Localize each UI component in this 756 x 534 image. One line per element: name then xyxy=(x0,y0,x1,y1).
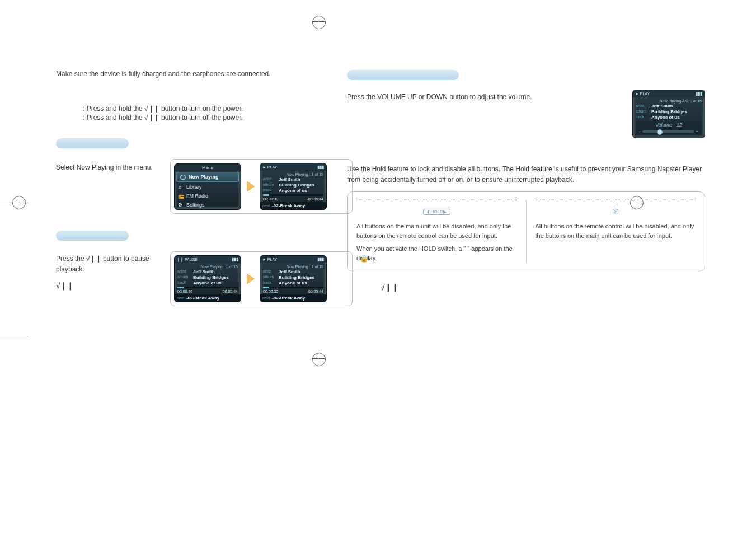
field-value: Jeff Smith xyxy=(193,269,215,274)
volume-minus: - xyxy=(639,129,641,134)
remote-icon: ⎚ xyxy=(613,207,618,217)
now-playing-count: Now Playing : 1 of 15 xyxy=(177,265,238,269)
dotted-rule xyxy=(356,200,517,200)
field-value: Anyone of us xyxy=(193,280,222,285)
field-value: -02-Break Away xyxy=(186,296,219,301)
play-state: ► PLAY xyxy=(635,92,650,96)
field-label: album xyxy=(263,275,276,280)
hold-diagram: ◐HOLD▶ All buttons on the main unit will… xyxy=(347,191,705,271)
menu-item-label: Library xyxy=(186,184,202,190)
power-section: : Press and hold the √❙❙ button to turn … xyxy=(56,105,353,121)
field-label: artist xyxy=(263,177,276,182)
field-label: next xyxy=(177,296,184,300)
trim-line xyxy=(0,202,28,202)
remaining-time: -00:05:44 xyxy=(307,197,323,201)
progress-bar xyxy=(177,287,238,288)
menu-item-fm: 📻 FM Radio xyxy=(175,191,241,200)
menu-item-label: Settings xyxy=(186,202,205,208)
device-play-screenshot: ► PLAY ▮▮▮ Now Playing : 1 of 15 artistJ… xyxy=(260,163,327,210)
field-label: artist xyxy=(263,269,276,274)
play-state: ► PLAY xyxy=(262,257,277,261)
field-value: Jeff Smith xyxy=(279,269,300,274)
hold-remote-text: All buttons on the remote control will b… xyxy=(536,222,696,241)
remaining-time: -00:05:44 xyxy=(307,289,323,293)
hold-main-text-2: When you activate the HOLD switch, a " "… xyxy=(356,244,517,263)
hold-main-text-2-span: When you activate the HOLD switch, a " "… xyxy=(356,245,513,261)
field-label: album xyxy=(636,109,649,114)
field-label: next xyxy=(262,296,270,300)
field-label: next xyxy=(262,204,270,208)
section-pill xyxy=(56,138,129,148)
now-playing-count: Now Playing : 1 of 15 xyxy=(263,265,323,269)
field-value: Anyone of us xyxy=(651,115,680,120)
field-value: -02-Break Away xyxy=(272,203,305,208)
play-pause-glyph: √❙❙ xyxy=(56,280,162,292)
menu-item-label: FM Radio xyxy=(186,193,208,199)
power-off-text: : Press and hold the √❙❙ button to turn … xyxy=(56,114,353,121)
now-playing-count: Now Playing : 1 of 15 xyxy=(263,172,323,176)
hold-switch-icon: ◐HOLD▶ xyxy=(423,209,450,215)
arrow-right-icon xyxy=(247,181,254,191)
arrow-right-icon xyxy=(247,274,254,284)
battery-icon: ▮▮▮ xyxy=(317,165,324,170)
field-value: Building Bridges xyxy=(279,182,314,188)
menu-item-library: ♬ Library xyxy=(175,182,241,191)
field-label: track xyxy=(263,280,276,285)
now-playing-count: Now Playing AN: 1 of 15 xyxy=(636,99,702,103)
battery-icon: ▮▮▮ xyxy=(317,257,324,262)
battery-icon: ▮▮▮ xyxy=(696,91,702,96)
dotted-rule xyxy=(536,200,696,200)
device-pause-screenshot: ❙❙ PAUSE ▮▮▮ Now Playing : 1 of 15 artis… xyxy=(174,255,241,302)
elapsed-time: 00:00:30 xyxy=(263,197,278,201)
section-pill xyxy=(56,231,129,241)
menu-item-now-playing: ◯ Now Playing xyxy=(176,172,239,182)
device-menu-screenshot: Menu ◯ Now Playing ♬ Library 📻 FM Radio xyxy=(174,163,241,210)
field-label: track xyxy=(263,188,276,193)
field-label: track xyxy=(636,115,649,120)
gear-icon: ⚙ xyxy=(178,202,184,208)
play-pause-glyph: √❙❙ xyxy=(381,282,705,294)
field-value: -02-Break Away xyxy=(272,296,305,301)
intro-text: Make sure the device is fully charged an… xyxy=(56,70,353,78)
elapsed-time: 00:00:30 xyxy=(177,289,192,293)
volume-instruction: Press the VOLUME UP or DOWN button to ad… xyxy=(347,90,621,102)
menu-item-label: Now Playing xyxy=(189,174,219,180)
now-playing-instruction: Select Now Playing in the menu. xyxy=(56,159,162,173)
battery-icon: ▮▮▮ xyxy=(232,257,238,262)
pause-instruction: Press the √❙❙ button to pause playback. xyxy=(56,254,162,274)
field-value: Building Bridges xyxy=(279,275,314,280)
power-on-text: : Press and hold the √❙❙ button to turn … xyxy=(56,105,353,113)
crop-mark-left xyxy=(12,196,25,208)
trim-line xyxy=(0,336,28,336)
volume-slider: - + xyxy=(639,129,698,134)
circle-icon: ◯ xyxy=(180,174,186,180)
device-volume-screenshot: ► PLAY ▮▮▮ Now Playing AN: 1 of 15 artis… xyxy=(632,90,705,138)
device-play-screenshot: ► PLAY ▮▮▮ Now Playing : 1 of 15 artistJ… xyxy=(260,255,327,302)
volume-plus: + xyxy=(696,129,698,134)
crop-mark-top xyxy=(312,16,325,28)
field-label: track xyxy=(177,280,191,285)
pause-state: ❙❙ PAUSE xyxy=(177,257,198,262)
volume-label: Volume - 12 xyxy=(636,122,702,128)
library-icon: ♬ xyxy=(178,184,184,190)
menu-item-settings: ⚙ Settings xyxy=(175,200,241,209)
play-state: ► PLAY xyxy=(262,165,277,169)
field-value: Building Bridges xyxy=(651,109,687,114)
radio-icon: 📻 xyxy=(178,193,184,199)
field-label: artist xyxy=(177,269,191,274)
remaining-time: -00:05:44 xyxy=(221,289,238,293)
section-pill xyxy=(347,70,459,80)
progress-bar xyxy=(263,287,323,288)
elapsed-time: 00:00:30 xyxy=(263,289,278,293)
field-value: Building Bridges xyxy=(193,275,229,280)
field-label: artist xyxy=(636,104,649,109)
field-value: Anyone of us xyxy=(279,188,307,193)
device-menu-title: Menu xyxy=(175,164,241,171)
crop-mark-bottom xyxy=(312,353,325,365)
field-value: Jeff Smith xyxy=(651,104,673,109)
hold-intro: Use the Hold feature to lock and disable… xyxy=(347,164,705,185)
remote-hold-illustration: ⎚ xyxy=(536,206,696,217)
hold-main-text-1: All buttons on the main unit will be dis… xyxy=(356,222,517,241)
progress-bar xyxy=(263,194,323,196)
field-label: album xyxy=(177,275,191,280)
